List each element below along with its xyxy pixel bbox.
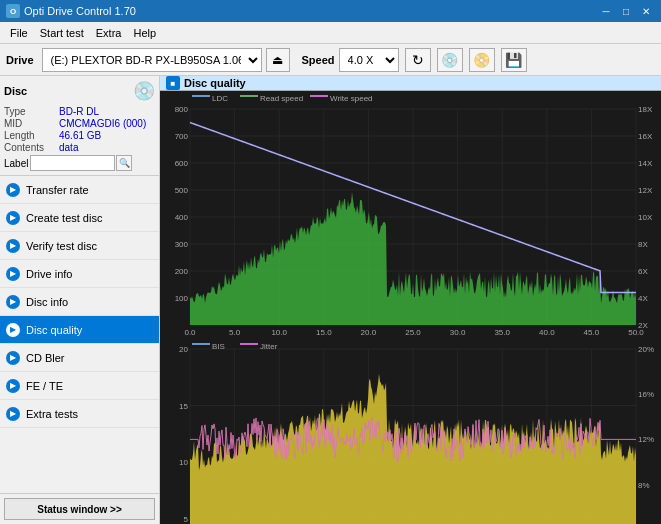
nav-cd-bler-label: CD Bler: [26, 352, 65, 364]
disc-quality-icon: ▶: [6, 323, 20, 337]
disc-label-button[interactable]: 🔍: [116, 155, 132, 171]
nav-cd-bler[interactable]: ▶ CD Bler: [0, 344, 159, 372]
nav-items: ▶ Transfer rate ▶ Create test disc ▶ Ver…: [0, 176, 159, 428]
nav-transfer-rate[interactable]: ▶ Transfer rate: [0, 176, 159, 204]
extra-tests-icon: ▶: [6, 407, 20, 421]
title-bar-controls: ─ □ ✕: [597, 3, 655, 19]
transfer-rate-icon: ▶: [6, 183, 20, 197]
disc-label-row: Label 🔍: [4, 155, 155, 171]
status-window-button[interactable]: Status window >>: [4, 498, 155, 520]
disc-type-label: Type: [4, 106, 59, 117]
nav-fe-te[interactable]: ▶ FE / TE: [0, 372, 159, 400]
disc-length-value: 46.61 GB: [59, 130, 101, 141]
disc-quality-header-icon: ■: [166, 76, 180, 90]
disc-quality-header: ■ Disc quality: [160, 76, 661, 91]
drive-info-icon: ▶: [6, 267, 20, 281]
disc-type-row: Type BD-R DL: [4, 106, 155, 117]
ldc-chart: [160, 91, 661, 341]
menu-help[interactable]: Help: [127, 25, 162, 41]
nav-drive-info-label: Drive info: [26, 268, 72, 280]
nav-fe-te-label: FE / TE: [26, 380, 63, 392]
disc-length-label: Length: [4, 130, 59, 141]
disc-label-label: Label: [4, 158, 28, 169]
disc-icon: 💿: [133, 80, 155, 102]
bis-jitter-chart: [160, 341, 661, 524]
drive-label: Drive: [6, 54, 34, 66]
disc-mid-row: MID CMCMAGDI6 (000): [4, 118, 155, 129]
fe-te-icon: ▶: [6, 379, 20, 393]
minimize-button[interactable]: ─: [597, 3, 615, 19]
speed-label: Speed: [302, 54, 335, 66]
toolbar: Drive (E:) PLEXTOR BD-R PX-LB950SA 1.06 …: [0, 44, 661, 76]
disc-header: Disc 💿: [4, 80, 155, 102]
disc-info-icon: ▶: [6, 295, 20, 309]
sidebar: Disc 💿 Type BD-R DL MID CMCMAGDI6 (000) …: [0, 76, 160, 524]
title-bar-left: O Opti Drive Control 1.70: [6, 4, 136, 18]
disc-button2[interactable]: 📀: [469, 48, 495, 72]
disc-label-input[interactable]: [30, 155, 115, 171]
nav-verify-test-disc[interactable]: ▶ Verify test disc: [0, 232, 159, 260]
nav-extra-tests-label: Extra tests: [26, 408, 78, 420]
disc-panel: Disc 💿 Type BD-R DL MID CMCMAGDI6 (000) …: [0, 76, 159, 176]
cd-bler-icon: ▶: [6, 351, 20, 365]
charts-area: [160, 91, 661, 524]
title-bar: O Opti Drive Control 1.70 ─ □ ✕: [0, 0, 661, 22]
disc-mid-value: CMCMAGDI6 (000): [59, 118, 146, 129]
close-button[interactable]: ✕: [637, 3, 655, 19]
menu-bar: File Start test Extra Help: [0, 22, 661, 44]
disc-length-row: Length 46.61 GB: [4, 130, 155, 141]
menu-file[interactable]: File: [4, 25, 34, 41]
disc-contents-value: data: [59, 142, 78, 153]
menu-start-test[interactable]: Start test: [34, 25, 90, 41]
disc-quality-title: Disc quality: [184, 77, 246, 89]
sidebar-status: Status window >>: [0, 493, 159, 524]
nav-drive-info[interactable]: ▶ Drive info: [0, 260, 159, 288]
nav-disc-info-label: Disc info: [26, 296, 68, 308]
disc-contents-row: Contents data: [4, 142, 155, 153]
save-button[interactable]: 💾: [501, 48, 527, 72]
nav-disc-quality-label: Disc quality: [26, 324, 82, 336]
nav-extra-tests[interactable]: ▶ Extra tests: [0, 400, 159, 428]
nav-disc-quality[interactable]: ▶ Disc quality: [0, 316, 159, 344]
content-area: ■ Disc quality LDC BIS: [160, 76, 661, 524]
disc-button1[interactable]: 💿: [437, 48, 463, 72]
nav-verify-test-disc-label: Verify test disc: [26, 240, 97, 252]
disc-panel-title: Disc: [4, 85, 27, 97]
refresh-button[interactable]: ↻: [405, 48, 431, 72]
nav-transfer-rate-label: Transfer rate: [26, 184, 89, 196]
main-layout: Disc 💿 Type BD-R DL MID CMCMAGDI6 (000) …: [0, 76, 661, 524]
verify-test-disc-icon: ▶: [6, 239, 20, 253]
nav-create-test-disc[interactable]: ▶ Create test disc: [0, 204, 159, 232]
app-icon: O: [6, 4, 20, 18]
eject-button[interactable]: ⏏: [266, 48, 290, 72]
speed-select[interactable]: 4.0 X: [339, 48, 399, 72]
maximize-button[interactable]: □: [617, 3, 635, 19]
create-test-disc-icon: ▶: [6, 211, 20, 225]
app-title: Opti Drive Control 1.70: [24, 5, 136, 17]
nav-disc-info[interactable]: ▶ Disc info: [0, 288, 159, 316]
disc-type-value: BD-R DL: [59, 106, 99, 117]
nav-create-test-disc-label: Create test disc: [26, 212, 102, 224]
disc-contents-label: Contents: [4, 142, 59, 153]
disc-mid-label: MID: [4, 118, 59, 129]
menu-extra[interactable]: Extra: [90, 25, 128, 41]
drive-select[interactable]: (E:) PLEXTOR BD-R PX-LB950SA 1.06: [42, 48, 262, 72]
